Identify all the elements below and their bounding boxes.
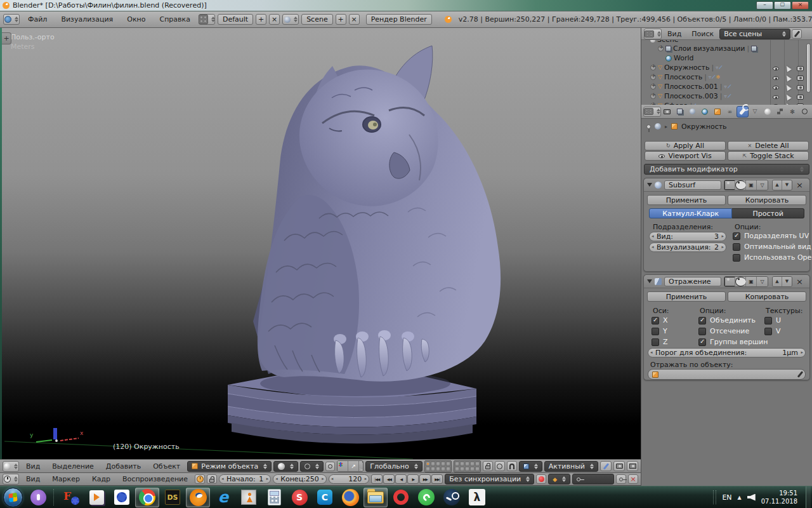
subsurf-apply-button[interactable]: Применить — [647, 195, 726, 205]
visibility-eye-icon[interactable] — [773, 67, 779, 70]
pin-icon[interactable] — [646, 124, 651, 129]
move-down-button[interactable] — [782, 277, 792, 286]
expand-icon[interactable] — [658, 46, 664, 51]
restrict-row[interactable] — [773, 75, 804, 81]
frame-end-field[interactable]: Конец: 250 — [273, 474, 327, 484]
close-button[interactable] — [792, 1, 809, 10]
render-anim-button[interactable] — [627, 461, 638, 471]
visibility-eye-icon[interactable] — [773, 95, 779, 99]
manipulator-rotate-button[interactable] — [359, 461, 363, 471]
axis-z-checkbox[interactable]: Z — [652, 338, 668, 346]
outliner-row-ploskost[interactable]: Плоскость | — [650, 72, 720, 82]
checkbox[interactable] — [652, 328, 659, 335]
render-toggle[interactable] — [724, 277, 735, 286]
outliner-editor-selector[interactable] — [644, 29, 662, 39]
selectable-cursor-icon[interactable] — [784, 93, 792, 101]
selectable-cursor-icon[interactable] — [784, 74, 792, 82]
cage-toggle[interactable]: ▽ — [757, 277, 768, 286]
tab-physics[interactable] — [799, 106, 811, 117]
taskbar-explorer[interactable] — [363, 488, 388, 507]
shading-select[interactable] — [273, 461, 298, 472]
editor-type-selector[interactable] — [3, 14, 20, 25]
checkbox[interactable] — [764, 317, 772, 324]
start-button[interactable] — [3, 488, 23, 507]
checkbox[interactable] — [652, 338, 659, 346]
timeline-editor-selector[interactable] — [3, 474, 19, 485]
merge-limit-slider[interactable]: Порог для объединения: 1µm — [648, 348, 806, 358]
checkbox[interactable] — [733, 254, 740, 262]
vertex-groups-checkbox[interactable]: Группы вершин — [698, 338, 768, 346]
renderable-camera-icon[interactable] — [797, 85, 804, 90]
scene-name-field[interactable]: Scene — [301, 14, 333, 25]
view3d-menu-view[interactable]: Вид — [21, 462, 45, 471]
view3d-menu-add[interactable]: Добавить — [101, 462, 146, 471]
outliner-menu-view[interactable]: Вид — [663, 30, 686, 38]
tab-modifiers[interactable] — [737, 106, 749, 117]
pivot-align-button[interactable] — [325, 462, 335, 471]
snap-element-select[interactable] — [519, 461, 542, 472]
toggle-stack-button[interactable]: ⇱Toggle Stack — [728, 151, 809, 161]
add-modifier-dropdown[interactable]: Добавить модификатор — [644, 164, 809, 175]
checkbox[interactable] — [652, 317, 659, 324]
opensubdiv-checkbox[interactable]: Использовать OpenSub... — [733, 253, 812, 262]
taskbar-figure-app[interactable] — [237, 488, 261, 507]
clock-widget[interactable]: 19:51 07.11.2018 — [761, 489, 800, 505]
cage-toggle[interactable]: ▽ — [757, 180, 768, 190]
apply-all-button[interactable]: ↻Apply All — [645, 141, 726, 150]
properties-editor-selector[interactable] — [643, 107, 661, 117]
viewport-vis-button[interactable]: Viewport Vis — [645, 151, 726, 161]
viewport-toggle[interactable] — [735, 180, 746, 190]
play-button[interactable]: ▶ — [407, 474, 419, 484]
selectable-cursor-icon[interactable] — [784, 84, 792, 91]
taskbar-firefox[interactable] — [338, 488, 362, 507]
mirror-object-field[interactable] — [648, 369, 806, 380]
move-down-button[interactable] — [782, 180, 792, 190]
speaker-icon[interactable] — [747, 494, 756, 501]
taskbar-c-app[interactable]: C — [313, 488, 337, 507]
delete-keyframe-button[interactable] — [628, 474, 638, 484]
screen-layout-field[interactable]: Default — [218, 14, 253, 25]
axis-y-checkbox[interactable]: Y — [652, 327, 667, 335]
expand-icon[interactable] — [650, 93, 656, 99]
keying-set-select[interactable] — [548, 474, 570, 485]
outliner-scrollbar[interactable] — [806, 43, 811, 93]
simple-button[interactable]: Простой — [732, 208, 804, 218]
manipulator-axis-button[interactable] — [337, 461, 348, 471]
renderable-camera-icon[interactable] — [797, 76, 804, 81]
taskbar-internet-explorer[interactable]: e — [211, 488, 235, 507]
restrict-row[interactable] — [773, 84, 804, 90]
orientation-select[interactable]: Глобально — [365, 461, 422, 472]
checkbox[interactable] — [698, 317, 706, 324]
outliner-row-renderlayers[interactable]: Слои визуализации | — [658, 44, 757, 53]
outliner-filter-button[interactable] — [792, 29, 802, 39]
menu-file[interactable]: Файл — [22, 15, 53, 23]
outliner-row-okruzhnost[interactable]: Окружность | — [650, 63, 721, 72]
tab-world[interactable] — [699, 106, 711, 117]
timeline-menu-frame[interactable]: Кадр — [87, 475, 115, 483]
view3d-editor-selector[interactable] — [3, 461, 19, 472]
taskbar-opera[interactable] — [389, 488, 413, 507]
minimize-button[interactable] — [756, 1, 773, 10]
clipping-checkbox[interactable]: Отсечение — [698, 327, 749, 335]
render-opengl-button[interactable] — [600, 461, 612, 471]
remove-layout-button[interactable] — [269, 14, 280, 25]
editmode-toggle[interactable]: ▣ — [746, 180, 757, 190]
restrict-row[interactable] — [773, 94, 804, 100]
proportional-edit-button[interactable] — [495, 461, 505, 471]
renderable-camera-icon[interactable] — [797, 95, 804, 100]
view3d-menu-select[interactable]: Выделение — [47, 462, 99, 471]
outliner-row-ploskost-001[interactable]: Плоскость.001 | — [650, 82, 730, 91]
move-up-button[interactable] — [773, 277, 782, 286]
taskbar-calculator[interactable] — [262, 488, 286, 507]
pivot-select[interactable] — [300, 461, 324, 472]
snap-target-select[interactable]: Активный — [544, 461, 598, 472]
mirror-apply-button[interactable]: Применить — [647, 291, 726, 302]
eyedropper-icon[interactable] — [797, 371, 803, 377]
taskbar-s-app[interactable]: S — [287, 488, 311, 507]
taskbar-chrome[interactable] — [135, 488, 159, 507]
auto-keyframe-button[interactable] — [536, 474, 546, 484]
renderable-camera-icon[interactable] — [797, 66, 804, 71]
tab-render-layers[interactable] — [674, 106, 686, 117]
tab-particles[interactable]: ✻ — [787, 106, 799, 117]
tab-material[interactable] — [761, 106, 773, 117]
